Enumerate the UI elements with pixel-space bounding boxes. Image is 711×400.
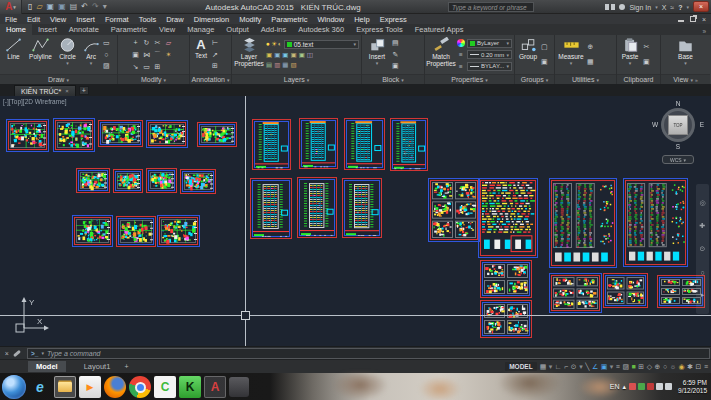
ribbon-tab-view[interactable]: View: [153, 24, 181, 35]
polyline-tool[interactable]: Polyline: [27, 36, 54, 73]
osnap-3d-icon[interactable]: ⊞: [638, 362, 644, 371]
workspace-icon[interactable]: ✱: [687, 362, 693, 371]
osnap-icon[interactable]: ▣: [601, 362, 608, 371]
layer-merge-icon[interactable]: ▦: [282, 61, 288, 69]
mirror-icon[interactable]: ⋈: [142, 50, 152, 59]
dynamic-ucs-icon[interactable]: ◇: [647, 362, 652, 371]
chevron-down-icon[interactable]: ▾: [41, 350, 44, 356]
dynamic-input-icon[interactable]: ⊕: [655, 362, 661, 371]
menu-item-file[interactable]: File: [0, 15, 22, 24]
measure-tool[interactable]: Measure ▾: [557, 36, 585, 73]
menu-item-express[interactable]: Express: [375, 15, 412, 24]
coccoc-taskbar-button[interactable]: C: [154, 376, 176, 398]
ribbon-tab-featured-apps[interactable]: Featured Apps: [409, 24, 470, 35]
volume-icon[interactable]: [665, 383, 672, 390]
tab-close-icon[interactable]: ×: [65, 88, 69, 94]
define-attribute-icon[interactable]: ✎: [392, 51, 398, 59]
kmplayer-taskbar-button[interactable]: K: [179, 376, 201, 398]
ribbon-tab-insert[interactable]: Insert: [32, 24, 63, 35]
clean-screen-icon[interactable]: ⊡: [696, 362, 702, 371]
line-tool[interactable]: Line: [2, 36, 25, 73]
panel-label-utilities[interactable]: Utilities▾: [555, 74, 616, 84]
chevron-down-icon[interactable]: ▾: [686, 4, 689, 10]
navigation-bar[interactable]: ◎✚⊙○▸: [696, 184, 709, 314]
annotation-visibility-icon[interactable]: ○: [663, 362, 667, 371]
action-center-icon[interactable]: [629, 383, 636, 390]
base-tool[interactable]: Base ▾: [674, 36, 698, 73]
id-point-icon[interactable]: ⊕: [587, 43, 593, 51]
qat-menu-icon[interactable]: ▾: [103, 2, 107, 11]
model-space-button[interactable]: MODEL: [505, 362, 536, 371]
menu-item-draw[interactable]: Draw: [161, 15, 189, 24]
menu-item-tools[interactable]: Tools: [134, 15, 162, 24]
layer-properties-button[interactable]: Layer Properties: [234, 36, 264, 73]
panel-label-block[interactable]: Block▾: [362, 74, 424, 84]
layer-state-icon[interactable]: ▤: [266, 61, 272, 69]
command-close-icon[interactable]: ×: [5, 350, 9, 357]
arc-tool[interactable]: Arc ▾: [81, 36, 101, 73]
ribbon-display-toggle[interactable]: »: [702, 28, 711, 35]
snap-icon[interactable]: ∟: [555, 362, 562, 371]
new-layout-button[interactable]: +: [124, 363, 128, 370]
viewcube-north[interactable]: N: [652, 100, 704, 107]
app-close-button[interactable]: ×: [693, 1, 709, 12]
tray-expand-icon[interactable]: ▴: [623, 383, 627, 391]
autocad-taskbar-button[interactable]: A: [204, 376, 226, 398]
panel-overflow-icon[interactable]: »: [695, 77, 698, 83]
showmotion-icon[interactable]: ▸: [701, 291, 705, 299]
menu-item-dimension[interactable]: Dimension: [189, 15, 234, 24]
display-icon[interactable]: [656, 383, 663, 390]
customization-icon[interactable]: ≡: [704, 362, 708, 371]
autoscale-icon[interactable]: ☼: [670, 362, 676, 371]
panel-label-draw[interactable]: Draw▾: [0, 74, 117, 84]
new-icon[interactable]: ▯: [28, 2, 32, 11]
leader-icon[interactable]: ↗: [212, 51, 218, 59]
viewcube-east[interactable]: E: [700, 121, 704, 128]
transparency-icon[interactable]: ▨: [622, 362, 629, 371]
wrench-icon[interactable]: [13, 349, 21, 356]
drawing-canvas[interactable]: [0, 96, 711, 346]
orbit-icon[interactable]: ○: [700, 269, 704, 276]
edit-attribute-icon[interactable]: ▤: [392, 39, 399, 47]
polar-icon[interactable]: ⊙: [571, 362, 577, 371]
trim-icon[interactable]: ✂: [153, 38, 163, 47]
file-tab-active[interactable]: KIẾN TRÚC* ×: [14, 85, 76, 96]
osnap-menu-icon[interactable]: ▾: [610, 362, 614, 371]
firefox-taskbar-button[interactable]: [104, 376, 126, 398]
layer-on-icon[interactable]: ●: [266, 40, 270, 48]
pinned-taskbar-button[interactable]: [229, 377, 249, 397]
redo-icon[interactable]: ↷: [92, 2, 99, 11]
wcs-dropdown[interactable]: WCS▾: [662, 155, 694, 164]
panel-label-modify[interactable]: Modify▾: [118, 74, 189, 84]
layer-unlock-icon[interactable]: ◐: [278, 40, 282, 48]
cut-icon[interactable]: ✂: [643, 43, 649, 51]
lineweight-dropdown[interactable]: 0.20 mm ▾: [467, 50, 512, 59]
ribbon-tab-autodesk-360[interactable]: Autodesk 360: [292, 24, 350, 35]
menu-item-window[interactable]: Window: [313, 15, 350, 24]
new-drawing-tab-button[interactable]: +: [79, 86, 89, 95]
view-cube[interactable]: N TOP W E S WCS▾: [652, 100, 704, 164]
grid-icon[interactable]: ▦: [540, 362, 547, 371]
insert-tool[interactable]: Insert ▾: [364, 36, 390, 73]
linetype-dropdown[interactable]: BYLAY... ▾: [467, 62, 512, 71]
table-icon[interactable]: ⊞: [212, 62, 218, 70]
viewcube-ring[interactable]: TOP: [661, 108, 695, 142]
panel-label-annotation[interactable]: Annotation▾: [190, 74, 231, 84]
application-menu-button[interactable]: A▾: [0, 0, 22, 14]
save-as-icon[interactable]: ▣: [58, 2, 66, 11]
panel-label-properties[interactable]: Properties▾: [425, 74, 514, 84]
layer-off-icon[interactable]: ▣: [266, 51, 272, 59]
start-taskbar-button[interactable]: [2, 375, 26, 399]
layout1-tab[interactable]: Layout1: [76, 361, 119, 372]
viewcube-south[interactable]: S: [652, 143, 704, 150]
save-icon[interactable]: ▣: [47, 2, 55, 11]
ellipse-icon[interactable]: ○: [104, 51, 108, 59]
menu-item-parametric[interactable]: Parametric: [266, 15, 312, 24]
zoom-icon[interactable]: ⊙: [700, 245, 706, 253]
ie-taskbar-button[interactable]: e: [29, 376, 51, 398]
model-tab[interactable]: Model: [28, 361, 66, 372]
polar-menu-icon[interactable]: ▾: [579, 362, 583, 371]
ribbon-tab-express-tools[interactable]: Express Tools: [350, 24, 409, 35]
block-editor-icon[interactable]: ▣: [392, 62, 399, 70]
stretch-icon[interactable]: ↘: [131, 62, 141, 71]
